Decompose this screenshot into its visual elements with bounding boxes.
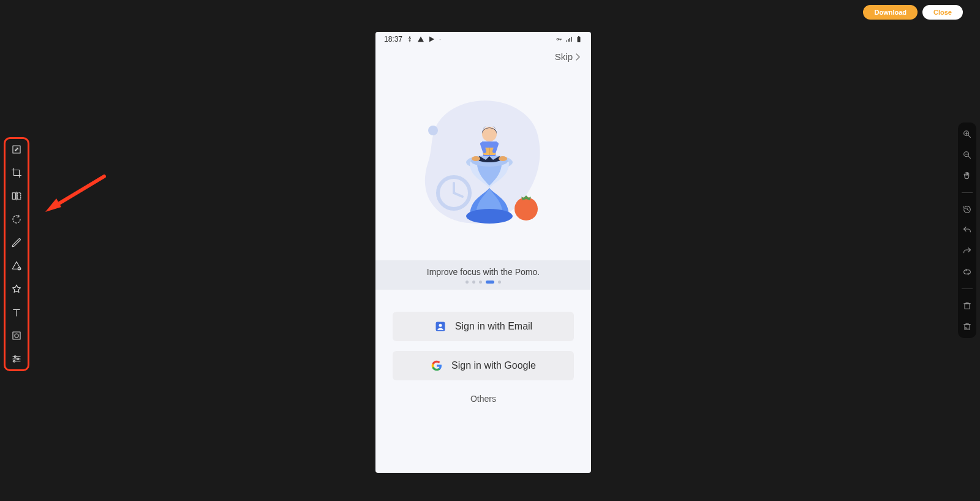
trash-icon[interactable] [962,300,973,311]
svg-point-42 [482,127,497,141]
toolbar-divider [962,288,973,289]
shape-icon[interactable] [10,259,23,273]
pager-dot[interactable] [498,281,501,284]
redo-icon[interactable] [962,246,973,257]
svg-point-43 [514,197,538,220]
draw-icon[interactable] [10,236,23,249]
caption-band: Improve focus with the Pomo. [375,260,591,290]
battery-icon [575,36,582,43]
undo-icon[interactable] [962,225,973,236]
svg-point-45 [439,324,442,327]
pan-icon[interactable] [962,170,973,181]
top-buttons: Download Close [863,5,963,20]
svg-line-18 [968,135,971,138]
pager-dots [466,281,501,284]
svg-point-31 [428,126,438,135]
skip-button[interactable]: Skip [375,47,591,64]
status-time: 18:37 [384,35,402,43]
signin-email-button[interactable]: Sign in with Email [393,312,574,341]
download-button[interactable]: Download [863,5,918,20]
others-link[interactable]: Others [470,394,496,404]
vpn-icon [556,36,563,43]
chevron-right-icon [575,53,580,61]
onboarding-caption: Improve focus with the Pomo. [427,267,540,277]
pager-dot[interactable] [479,281,482,284]
svg-point-8 [15,334,18,337]
toolbar-divider [962,192,973,193]
arrow-annotation [37,170,110,219]
phone-mockup: 18:37 · Skip [375,32,591,473]
adjust-icon[interactable] [10,352,23,366]
svg-point-39 [499,156,507,161]
signin-google-button[interactable]: Sign in with Google [393,351,574,380]
more-indicator: · [439,36,441,43]
svg-rect-2 [18,193,21,200]
history-icon[interactable] [962,204,973,215]
pager-dot[interactable] [472,281,475,284]
google-icon [431,360,443,372]
svg-line-22 [968,156,971,159]
signin-email-label: Sign in with Email [455,321,532,332]
svg-rect-24 [964,270,971,274]
svg-text:ALL: ALL [965,326,970,330]
svg-rect-30 [578,36,579,37]
right-toolbar: ALL [958,122,976,338]
loop-icon[interactable] [962,266,973,277]
zoom-in-icon[interactable] [962,129,973,140]
onboarding-illustration [375,64,591,260]
email-account-icon [434,320,447,333]
status-bar: 18:37 · [375,32,591,47]
signal-icon [565,36,573,43]
left-toolbar [4,137,29,371]
signin-google-label: Sign in with Google [451,360,536,371]
svg-point-28 [557,39,559,40]
rotate-icon[interactable] [10,213,23,226]
svg-rect-29 [578,37,581,42]
skip-label: Skip [555,51,573,62]
pager-dot-active[interactable] [486,281,494,284]
close-button[interactable]: Close [922,5,963,20]
usb-icon [406,36,413,43]
frame-icon[interactable] [10,329,23,342]
svg-line-15 [55,176,104,206]
flip-icon[interactable] [10,189,23,203]
crop-icon[interactable] [10,166,23,179]
svg-rect-25 [965,304,970,309]
svg-point-36 [466,209,513,224]
text-icon[interactable] [10,306,23,319]
play-store-icon [428,36,435,43]
star-icon[interactable] [10,282,23,296]
svg-point-38 [472,156,480,161]
svg-marker-16 [45,198,61,212]
warning-icon [417,36,424,43]
clear-all-icon[interactable]: ALL [962,321,973,332]
svg-rect-7 [13,332,20,339]
pager-dot[interactable] [466,281,469,284]
svg-rect-1 [12,193,15,200]
resize-icon[interactable] [10,143,23,156]
signin-area: Sign in with Email Sign in with Google O… [375,290,591,409]
zoom-out-icon[interactable] [962,149,973,160]
